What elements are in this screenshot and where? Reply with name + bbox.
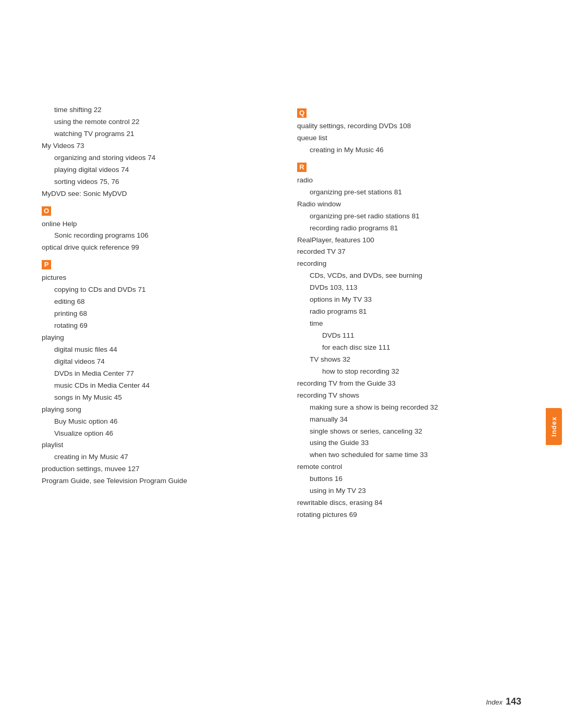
- entry-options-my-tv: options in My TV 33: [297, 294, 521, 306]
- entry-recording-radio: recording radio programs 81: [297, 223, 521, 235]
- page-number: 143: [506, 696, 521, 707]
- entry-online-help: online Help: [42, 218, 266, 230]
- entry-dvds-103: DVDs 103, 113: [297, 282, 521, 294]
- entry-for-each-disc: for each disc size 111: [297, 342, 521, 354]
- entry-radio: radio: [297, 175, 521, 187]
- entry-cds-vcds-dvds: CDs, VCDs, and DVDs, see burning: [297, 270, 521, 282]
- entry-quality-settings: quality settings, recording DVDs 108: [297, 120, 521, 132]
- section-r-badge: R: [297, 163, 307, 172]
- columns-layout: time shifting 22 using the remote contro…: [42, 104, 521, 686]
- entry-how-to-stop: how to stop recording 32: [297, 366, 521, 378]
- entry-recorded-tv: recorded TV 37: [297, 246, 521, 258]
- entry-creating-my-music-p: creating in My Music 47: [42, 451, 266, 463]
- entry-when-two-scheduled: when two scheduled for same time 33: [297, 449, 521, 461]
- entry-radio-programs-r: radio programs 81: [297, 306, 521, 318]
- page-footer: Index143: [486, 696, 521, 707]
- entry-dvds-media-center: DVDs in Media Center 77: [42, 368, 266, 380]
- entry-organizing-preset: organizing pre-set stations 81: [297, 187, 521, 199]
- entry-time-shifting: time shifting 22: [42, 104, 266, 116]
- right-column: Q quality settings, recording DVDs 108 q…: [297, 104, 521, 686]
- entry-organizing-preset-radio: organizing pre-set radio stations 81: [297, 211, 521, 223]
- entry-using-remote: using the remote control 22: [42, 116, 266, 128]
- entry-copying-cds-dvds: copying to CDs and DVDs 71: [42, 284, 266, 296]
- section-r-block: R radio organizing pre-set stations 81 R…: [297, 158, 521, 521]
- entry-recording-tv-shows: recording TV shows: [297, 390, 521, 402]
- entry-playing-song: playing song: [42, 404, 266, 416]
- section-p-badge: P: [42, 260, 51, 269]
- entry-music-cds-media-center: music CDs in Media Center 44: [42, 380, 266, 392]
- entry-queue-list: queue list: [297, 132, 521, 144]
- side-tab-bar: Index: [544, 125, 563, 728]
- entry-making-sure: making sure a show is being recorded 32: [297, 402, 521, 414]
- entry-visualize: Visualize option 46: [42, 428, 266, 440]
- entry-single-shows: single shows or series, canceling 32: [297, 426, 521, 438]
- footer-label: Index: [486, 698, 503, 706]
- entry-rewritable-discs: rewritable discs, erasing 84: [297, 497, 521, 509]
- entry-recording-tv-guide: recording TV from the Guide 33: [297, 378, 521, 390]
- entry-songs-my-music: songs in My Music 45: [42, 392, 266, 404]
- entry-using-my-tv: using in My TV 23: [297, 485, 521, 497]
- entry-production-settings: production settings, muvee 127: [42, 463, 266, 475]
- left-column: time shifting 22 using the remote contro…: [42, 104, 266, 686]
- entry-using-guide: using the Guide 33: [297, 437, 521, 449]
- entry-optical-drive: optical drive quick reference 99: [42, 242, 266, 254]
- entry-buy-music: Buy Music option 46: [42, 416, 266, 428]
- entry-radio-window: Radio window: [297, 199, 521, 211]
- entry-organizing-videos: organizing and storing videos 74: [42, 152, 266, 164]
- entry-my-videos: My Videos 73: [42, 140, 266, 152]
- entry-digital-videos-p: digital videos 74: [42, 356, 266, 368]
- page-container: time shifting 22 using the remote contro…: [0, 0, 563, 728]
- entry-sonic-recording: Sonic recording programs 106: [42, 230, 266, 242]
- entry-manually: manually 34: [297, 414, 521, 426]
- entry-watching-tv: watching TV programs 21: [42, 128, 266, 140]
- entry-pictures: pictures: [42, 272, 266, 284]
- entry-buttons: buttons 16: [297, 473, 521, 485]
- index-tab: Index: [546, 408, 562, 445]
- entry-playing: playing: [42, 332, 266, 344]
- entry-dvds-111: DVDs 111: [297, 330, 521, 342]
- entry-sorting-videos: sorting videos 75, 76: [42, 176, 266, 188]
- entry-recording: recording: [297, 258, 521, 270]
- entry-remote-control: remote control: [297, 461, 521, 473]
- entry-realplayer: RealPlayer, features 100: [297, 235, 521, 246]
- entry-playlist: playlist: [42, 439, 266, 451]
- entry-digital-music-files: digital music files 44: [42, 344, 266, 356]
- entry-rotating: rotating 69: [42, 320, 266, 332]
- entry-playing-digital-videos: playing digital videos 74: [42, 164, 266, 176]
- entry-program-guide: Program Guide, see Television Program Gu…: [42, 475, 266, 487]
- section-o-badge: O: [42, 206, 51, 216]
- continuation-section: time shifting 22 using the remote contro…: [42, 104, 266, 200]
- entry-creating-my-music-q: creating in My Music 46: [297, 144, 521, 156]
- section-o-block: O online Help Sonic recording programs 1…: [42, 202, 266, 254]
- entry-time: time: [297, 318, 521, 330]
- entry-mydvd: MyDVD see: Sonic MyDVD: [42, 188, 266, 200]
- entry-rotating-pictures: rotating pictures 69: [297, 509, 521, 521]
- section-q-badge: Q: [297, 108, 307, 118]
- entry-editing: editing 68: [42, 296, 266, 308]
- entry-printing: printing 68: [42, 308, 266, 320]
- section-p-block: P pictures copying to CDs and DVDs 71 ed…: [42, 256, 266, 487]
- entry-tv-shows-32: TV shows 32: [297, 354, 521, 366]
- section-q-block: Q quality settings, recording DVDs 108 q…: [297, 104, 521, 156]
